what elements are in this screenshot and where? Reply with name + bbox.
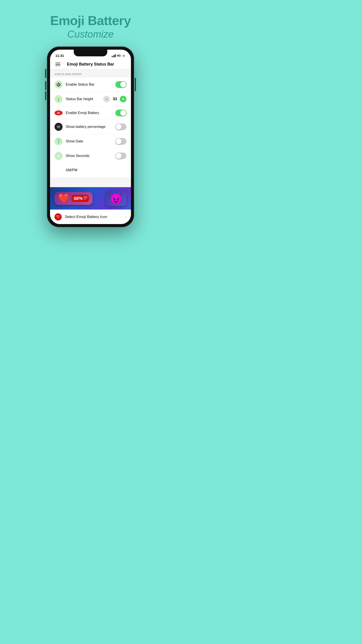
toggle-knob xyxy=(116,124,122,130)
app-header-subtitle: Customize xyxy=(0,28,181,40)
network-label: 4G xyxy=(117,54,121,57)
phone-screen: 11:31 4G 💀 xyxy=(50,50,131,224)
heart-battery-widget: ❤️ 68%♡ xyxy=(54,192,92,205)
enable-emoji-battery-toggle[interactable] xyxy=(115,110,126,116)
app-nav-title: Emoji Battery Status Bar xyxy=(61,62,126,67)
emoji-battery-icon: 86 xyxy=(54,110,62,116)
toggle-knob xyxy=(116,138,122,144)
battery-percentage-display: 68%♡ xyxy=(71,195,89,202)
setting-row-ampm: AM/PM xyxy=(50,163,131,177)
show-date-toggle[interactable] xyxy=(115,138,126,145)
setting-row-show-battery-percentage: 86 Show battery percentage xyxy=(50,120,131,134)
devil-emoji: 😈 xyxy=(109,192,123,204)
height-value: 33 xyxy=(112,97,117,101)
settings-list: ⏻ Enable Status Bar ↕ Status Bar height … xyxy=(50,77,131,177)
setting-row-show-seconds: 🕐 Show Seconds xyxy=(50,149,131,163)
phone-mockup: 11:31 4G 💀 xyxy=(47,46,134,227)
ampm-label: AM/PM xyxy=(66,168,126,172)
toggle-knob xyxy=(120,82,126,88)
select-emoji-label: Select Emoji Battery Icon xyxy=(65,215,125,219)
date-icon: Jan 8 xyxy=(54,137,62,145)
chevron-right-icon: › xyxy=(125,214,126,219)
height-increase-button[interactable]: + xyxy=(120,96,126,102)
show-seconds-label: Show Seconds xyxy=(66,154,112,158)
emoji-left-widget: ❤️ 68%♡ xyxy=(54,192,92,205)
height-decrease-button[interactable]: − xyxy=(103,96,110,102)
emoji-right-widget: 😈 xyxy=(106,191,126,206)
devil-emoji-widget: 😈 xyxy=(106,191,126,206)
heart-emoji: ❤️ xyxy=(58,194,70,203)
signal-bars-icon xyxy=(112,54,116,57)
phone-notch xyxy=(74,50,107,56)
select-emoji-row[interactable]: ❤️ Select Emoji Battery Icon › xyxy=(50,210,131,224)
setting-row-enable-emoji-battery: 86 Enable Emoji Battery xyxy=(50,106,131,120)
show-date-label: Show Date xyxy=(66,139,112,143)
arrows-icon: ↕ xyxy=(54,95,62,103)
clock-icon: 🕐 xyxy=(54,152,62,160)
power-icon: ⏻ xyxy=(54,80,62,88)
setting-row-enable-status-bar: ⏻ Enable Status Bar xyxy=(50,77,131,92)
header-section: Emoji Battery Customize xyxy=(0,0,181,46)
enable-status-bar-label: Enable Status Bar xyxy=(66,82,112,86)
status-icons: 4G 💀 xyxy=(112,54,126,58)
enable-emoji-battery-label: Enable Emoji Battery xyxy=(66,111,112,115)
height-stepper: − 33 + xyxy=(103,96,126,102)
phone-outer-shell: 11:31 4G 💀 xyxy=(47,46,134,227)
hamburger-menu-button[interactable] xyxy=(54,62,61,67)
toggle-knob xyxy=(120,110,126,116)
emoji-showcase-banner: ❤️ 68%♡ 😈 xyxy=(50,187,131,210)
status-bar-height-label: Status Bar height xyxy=(66,97,100,101)
battery-percentage-icon: 86 xyxy=(54,123,62,131)
show-seconds-toggle[interactable] xyxy=(115,152,126,159)
setting-row-show-date: Jan 8 Show Date xyxy=(50,134,131,149)
app-header-title: Emoji Battery xyxy=(0,14,181,28)
enable-status-bar-toggle[interactable] xyxy=(115,81,126,88)
section-header-status-bar: STATUS BAR ON/OFF xyxy=(50,69,131,77)
show-battery-percentage-label: Show battery percentage xyxy=(66,125,112,129)
status-time: 11:31 xyxy=(55,54,64,58)
bottom-overlay: ❤️ 68%♡ 😈 ❤️ Select xyxy=(50,187,131,224)
toggle-knob xyxy=(116,153,122,159)
select-emoji-icon: ❤️ xyxy=(54,213,62,220)
show-battery-percentage-toggle[interactable] xyxy=(115,124,126,130)
setting-row-status-bar-height: ↕ Status Bar height − 33 + xyxy=(50,92,131,106)
battery-status-icon: 💀 xyxy=(122,54,126,58)
app-nav-header: Emoji Battery Status Bar xyxy=(50,60,131,70)
